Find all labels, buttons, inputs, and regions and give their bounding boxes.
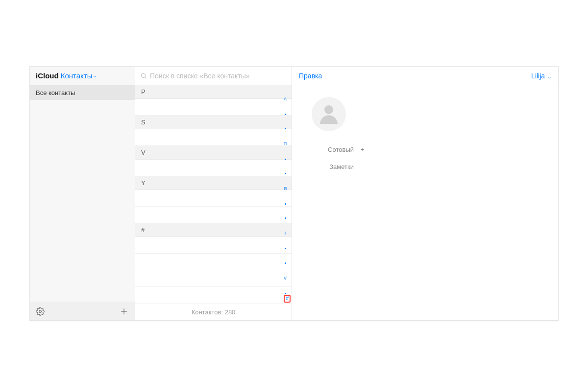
- group-list: Все контакты: [30, 85, 135, 302]
- index-dot: [285, 217, 286, 219]
- contact-name: Lilija: [531, 72, 545, 80]
- phone-value: +: [361, 146, 365, 153]
- index-dot: [285, 173, 286, 174]
- section-header: S: [135, 116, 292, 129]
- contact-list[interactable]: P S V Y #: [135, 85, 292, 304]
- phone-field: Сотовый +: [312, 146, 539, 153]
- app-container: iCloud Контакты ⌵ Все контакты: [0, 0, 588, 379]
- icloud-label: iCloud: [36, 71, 59, 80]
- list-item[interactable]: [135, 99, 292, 116]
- edit-button[interactable]: Правка: [299, 72, 322, 80]
- list-item[interactable]: [135, 254, 292, 270]
- contact-count: Контактов: 280: [135, 304, 292, 320]
- list-item[interactable]: [135, 207, 292, 223]
- list-item[interactable]: [135, 237, 292, 254]
- list-item[interactable]: [135, 270, 292, 287]
- index-letter[interactable]: V: [284, 275, 287, 282]
- list-item[interactable]: [135, 190, 292, 207]
- contact-detail: Правка Lilija ⌵ Сотовый +: [292, 67, 558, 320]
- index-dot: [285, 114, 286, 115]
- sidebar-footer: [30, 302, 135, 320]
- index-letter[interactable]: А: [284, 96, 287, 102]
- list-item[interactable]: [135, 287, 292, 304]
- sidebar-header[interactable]: iCloud Контакты ⌵: [30, 67, 135, 85]
- alphabet-index[interactable]: А П Я I V: [281, 91, 290, 301]
- phone-label: Сотовый: [312, 146, 361, 153]
- detail-header: Правка Lilija ⌵: [292, 67, 558, 85]
- detail-body: Сотовый + Заметки: [292, 85, 558, 192]
- index-letter[interactable]: Я: [284, 186, 287, 192]
- group-item-all[interactable]: Все контакты: [30, 85, 135, 100]
- contact-name-dropdown[interactable]: Lilija ⌵: [531, 72, 551, 80]
- index-dot: [285, 248, 286, 249]
- app-name-label: Контакты: [61, 71, 93, 80]
- group-item-label: Все контакты: [36, 89, 75, 96]
- add-contact-icon[interactable]: [119, 307, 129, 316]
- index-hash-highlighted[interactable]: #: [284, 295, 291, 303]
- section-header: P: [135, 85, 292, 99]
- index-letter[interactable]: П: [284, 141, 287, 147]
- index-dot: [285, 203, 286, 205]
- svg-line-4: [145, 77, 147, 78]
- index-letter[interactable]: I: [285, 230, 286, 237]
- svg-point-0: [39, 310, 42, 312]
- search-bar: [135, 67, 292, 85]
- index-dot: [285, 159, 286, 160]
- svg-point-5: [324, 105, 333, 114]
- avatar-placeholder: [312, 97, 346, 131]
- contact-list-column: P S V Y # Контактов: 280 А: [135, 67, 292, 320]
- contacts-window: iCloud Контакты ⌵ Все контакты: [29, 66, 559, 321]
- section-header: Y: [135, 176, 292, 190]
- index-dot: [285, 128, 286, 129]
- notes-label: Заметки: [312, 163, 361, 170]
- section-header: #: [135, 223, 292, 237]
- notes-field: Заметки: [312, 163, 539, 170]
- index-dot: [285, 262, 286, 264]
- sidebar: iCloud Контакты ⌵ Все контакты: [30, 67, 135, 320]
- chevron-down-icon: ⌵: [93, 72, 97, 79]
- gear-icon[interactable]: [36, 307, 45, 316]
- section-header: V: [135, 146, 292, 160]
- index-dot: [285, 293, 286, 294]
- chevron-down-icon: ⌵: [548, 73, 551, 79]
- svg-point-3: [141, 73, 145, 77]
- list-item[interactable]: [135, 160, 292, 176]
- search-icon: [140, 72, 147, 79]
- list-item[interactable]: [135, 129, 292, 146]
- search-input[interactable]: [150, 72, 287, 80]
